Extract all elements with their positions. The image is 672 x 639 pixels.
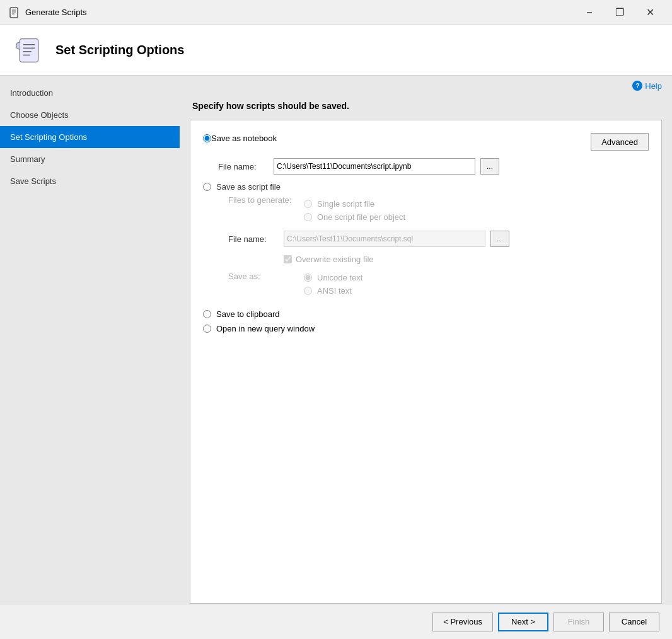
ansi-label: ANSI text [317, 286, 352, 296]
script-file-label: File name: [228, 234, 279, 244]
sidebar-item-choose-objects[interactable]: Choose Objects [0, 104, 180, 126]
save-as-script-text: Save as script file [216, 182, 281, 192]
open-new-query-label[interactable]: Open in new query window [203, 324, 315, 333]
single-script-radio [304, 200, 312, 208]
single-script-row: Single script file [304, 199, 405, 209]
notebook-file-input[interactable] [274, 158, 475, 175]
overwrite-checkbox [284, 255, 292, 263]
files-to-generate-row: Files to generate: Single script file On… [228, 195, 649, 226]
single-script-label: Single script file [317, 199, 374, 209]
close-button[interactable]: ✕ [635, 3, 664, 22]
save-as-script-label[interactable]: Save as script file [203, 182, 281, 192]
unicode-label: Unicode text [317, 273, 362, 282]
unicode-row: Unicode text [304, 273, 362, 282]
save-to-clipboard-text: Save to clipboard [216, 309, 279, 319]
sidebar-item-introduction[interactable]: Introduction [0, 82, 180, 104]
footer: < Previous Next > Finish Cancel [0, 604, 672, 639]
top-row: Save as notebook Advanced [203, 133, 649, 151]
one-per-object-row: One script file per object [304, 212, 405, 222]
save-as-script-row: Save as script file [203, 182, 649, 192]
content-area: ? Help Specify how scripts should be sav… [180, 76, 672, 604]
minimize-button[interactable]: − [575, 3, 604, 22]
help-icon: ? [632, 81, 642, 91]
header-icon [13, 34, 45, 67]
one-per-object-label: One script file per object [317, 212, 405, 222]
save-as-label: Save as: [228, 269, 304, 281]
main-layout: Introduction Choose Objects Set Scriptin… [0, 76, 672, 604]
script-browse-button: ... [490, 231, 509, 247]
finish-button: Finish [553, 613, 604, 631]
ansi-row: ANSI text [304, 286, 362, 296]
save-as-script-radio[interactable] [203, 183, 211, 191]
sidebar-item-set-scripting-options[interactable]: Set Scripting Options [0, 126, 180, 148]
help-link[interactable]: ? Help [632, 81, 662, 91]
header-area: Set Scripting Options [0, 25, 672, 76]
overwrite-row: Overwrite existing file [284, 255, 649, 264]
restore-button[interactable]: ❐ [605, 3, 634, 22]
ansi-radio [304, 287, 312, 295]
advanced-button[interactable]: Advanced [591, 133, 649, 151]
help-label: Help [645, 81, 662, 91]
notebook-browse-button[interactable]: ... [480, 158, 499, 175]
open-new-query-text: Open in new query window [216, 324, 315, 333]
sidebar: Introduction Choose Objects Set Scriptin… [0, 76, 180, 604]
save-as-notebook-label[interactable]: Save as notebook [203, 134, 277, 143]
one-per-object-radio [304, 213, 312, 221]
open-new-query-row: Open in new query window [203, 324, 649, 333]
window-controls: − ❐ ✕ [575, 3, 664, 22]
content-heading: Specify how scripts should be saved. [180, 96, 672, 120]
sidebar-item-summary[interactable]: Summary [0, 148, 180, 170]
save-to-clipboard-label[interactable]: Save to clipboard [203, 309, 279, 319]
save-to-clipboard-radio[interactable] [203, 310, 211, 318]
notebook-file-row: File name: ... [218, 158, 649, 175]
script-file-input [284, 231, 485, 247]
title-bar: Generate Scripts − ❐ ✕ [0, 0, 672, 25]
help-bar: ? Help [180, 76, 672, 96]
sidebar-item-save-scripts[interactable]: Save Scripts [0, 170, 180, 192]
cancel-button[interactable]: Cancel [609, 613, 659, 631]
save-as-format-row: Save as: Unicode text ANSI text [228, 269, 649, 299]
unicode-radio [304, 273, 312, 282]
script-file-row: File name: ... [228, 231, 649, 247]
app-icon [8, 6, 20, 19]
save-to-clipboard-row: Save to clipboard [203, 309, 649, 319]
options-panel: Save as notebook Advanced File name: ...… [190, 120, 662, 604]
app-title: Generate Scripts [25, 8, 575, 17]
svg-rect-4 [20, 38, 38, 62]
svg-rect-0 [10, 8, 18, 18]
next-button[interactable]: Next > [498, 613, 548, 631]
previous-button[interactable]: < Previous [432, 613, 493, 631]
script-options-indented: Files to generate: Single script file On… [228, 195, 649, 299]
save-as-options: Unicode text ANSI text [304, 269, 362, 299]
notebook-file-label: File name: [218, 162, 269, 171]
page-title: Set Scripting Options [55, 43, 184, 57]
open-new-query-radio[interactable] [203, 325, 211, 333]
files-to-generate-options: Single script file One script file per o… [304, 195, 405, 226]
save-as-notebook-text: Save as notebook [211, 134, 277, 143]
save-as-notebook-radio[interactable] [203, 134, 211, 142]
overwrite-label: Overwrite existing file [296, 255, 374, 264]
files-to-generate-label: Files to generate: [228, 195, 304, 205]
